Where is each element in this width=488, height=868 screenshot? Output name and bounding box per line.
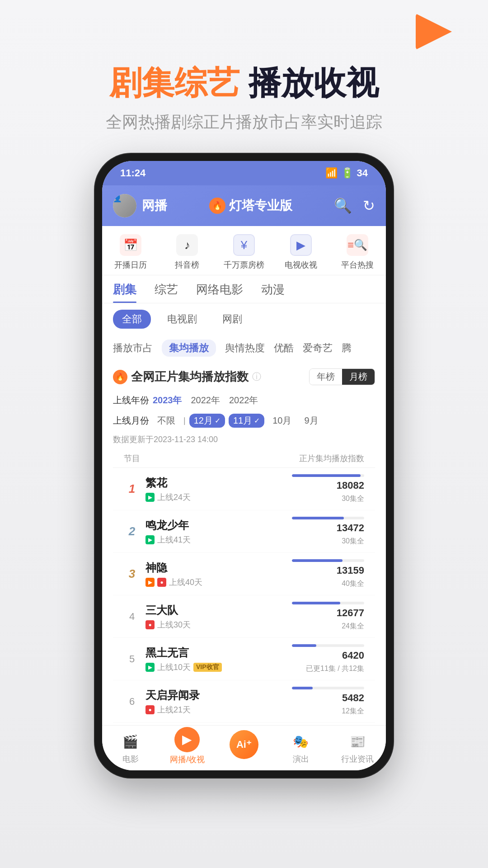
chart-tabs: 年榜 月榜 (309, 368, 375, 385)
item-name: 三大队 (145, 603, 286, 618)
score-sub: 已更11集 / 共12集 (306, 664, 364, 674)
nav-label-douyin: 抖音榜 (175, 259, 199, 270)
col-score: 正片集均播放指数 (299, 453, 364, 464)
search-icon[interactable]: 🔍 (334, 197, 352, 214)
score-bar (292, 517, 364, 519)
main-tabs: 剧集 综艺 网络电影 动漫 (102, 275, 386, 303)
app-header-center: 🔥 灯塔专业版 (209, 197, 292, 214)
score-bar (292, 474, 364, 477)
status-icons: 📶 🔋 34 (325, 167, 368, 179)
bar-fill (292, 602, 340, 604)
year-2022a[interactable]: 2022年 (191, 394, 221, 406)
month-10[interactable]: 10月 (268, 414, 296, 428)
nav-item-boxoffice[interactable]: ¥ 千万票房榜 (216, 233, 272, 270)
list-item[interactable]: 6 天启异闻录 ● 上线21天 5482 12集全 (113, 680, 375, 723)
sub-tab-web[interactable]: 网剧 (213, 310, 251, 329)
filter-row: 播放市占 集均播放 舆情热度 优酷 爱奇艺 腾 (102, 335, 386, 361)
list-item[interactable]: 1 繁花 ▶ 上线24天 18082 30集全 (113, 468, 375, 510)
nav-show[interactable]: 🎭 演出 (272, 732, 329, 764)
sub-tab-tv[interactable]: 电视剧 (158, 310, 206, 329)
header-title: 剧集综艺 播放收视 (0, 63, 488, 102)
nav-item-calendar[interactable]: 📅 开播日历 (102, 233, 159, 270)
movie-nav-icon: 🎬 (121, 732, 141, 752)
nav-webcast-label: 网播/收视 (170, 754, 205, 765)
table-header: 节目 正片集均播放指数 (113, 449, 375, 468)
filter-iqiyi[interactable]: 爱奇艺 (303, 341, 333, 355)
score-bar (292, 559, 364, 562)
filter-youku[interactable]: 优酷 (274, 341, 294, 355)
item-online-days: 上线30天 (157, 619, 191, 630)
item-info: 繁花 ▶ 上线24天 (145, 476, 286, 503)
item-meta: ▶ 上线41天 (145, 534, 286, 545)
item-info: 天启异闻录 ● 上线21天 (145, 688, 286, 715)
score-sub: 24集全 (342, 622, 364, 631)
month-12[interactable]: 12月 ✓ (189, 414, 225, 428)
nav-news-label: 行业资讯 (341, 754, 374, 764)
rank-number: 1 (124, 482, 140, 496)
nav-item-tv[interactable]: ▶ 电视收视 (272, 233, 329, 270)
chart-section: 🔥 全网正片集均播放指数 ⓘ 年榜 月榜 上线年份 2023年 2022年 20… (102, 361, 386, 730)
nav-item-douyin[interactable]: ♪ 抖音榜 (159, 233, 216, 270)
nav-news[interactable]: 📰 行业资讯 (329, 732, 386, 764)
nav-movie-label: 电影 (122, 754, 139, 764)
rank-number: 2 (124, 524, 140, 538)
month-11[interactable]: 11月 ✓ (229, 414, 264, 428)
chart-brand-icon: 🔥 (113, 370, 127, 384)
score-value: 5482 (342, 692, 364, 704)
tab-variety[interactable]: 综艺 (155, 282, 178, 303)
list-item[interactable]: 5 黑土无言 ▶ 上线10天 VIP收官 64 (113, 638, 375, 680)
chart-tab-month[interactable]: 月榜 (342, 369, 375, 385)
rank-2: 2 (129, 524, 135, 538)
nav-ai[interactable]: Ai⁺ (216, 737, 272, 759)
tab-movie[interactable]: 网络电影 (196, 282, 243, 303)
chart-tab-year[interactable]: 年榜 (310, 369, 342, 385)
score-value: 13159 (337, 565, 364, 576)
year-2022b[interactable]: 2022年 (229, 394, 258, 406)
item-bar-score: 13159 40集全 (292, 559, 364, 589)
rank-number: 5 (124, 653, 140, 665)
list-item[interactable]: 4 三大队 ● 上线30天 12677 24集全 (113, 595, 375, 638)
platform-mgtv-icon: ● (145, 620, 155, 629)
item-info: 鸣龙少年 ▶ 上线41天 (145, 518, 286, 545)
bar-fill (292, 559, 343, 562)
tab-animation[interactable]: 动漫 (261, 282, 285, 303)
nav-item-hot[interactable]: ≡🔍 平台热搜 (329, 233, 386, 270)
filter-playshare[interactable]: 播放市占 (113, 341, 153, 355)
app-header-left: 👤 网播 (113, 194, 167, 217)
filter-sentiment[interactable]: 舆情热度 (225, 341, 265, 355)
nav-movie[interactable]: 🎬 电影 (102, 732, 159, 764)
chart-title-row: 🔥 全网正片集均播放指数 ⓘ (113, 369, 261, 385)
list-item[interactable]: 2 鸣龙少年 ▶ 上线41天 13472 30集全 (113, 510, 375, 553)
item-meta: ▶ 上线24天 (145, 492, 286, 503)
bar-fill (292, 687, 313, 689)
rank-number: 6 (124, 696, 140, 708)
header-section: 剧集综艺 播放收视 全网热播剧综正片播放市占率实时追踪 (0, 63, 488, 133)
filter-avgplay[interactable]: 集均播放 (162, 340, 216, 357)
ai-center-icon: Ai⁺ (230, 730, 258, 759)
refresh-icon[interactable]: ↻ (363, 197, 375, 214)
sub-tabs: 全部 电视剧 网剧 (102, 303, 386, 335)
tab-drama[interactable]: 剧集 (113, 282, 136, 303)
item-name: 鸣龙少年 (145, 518, 286, 533)
list-item[interactable]: 3 神隐 ▶ ● 上线40天 13159 (113, 553, 375, 595)
tv-icon: ▶ (289, 233, 313, 257)
avatar[interactable]: 👤 (113, 194, 136, 217)
filter-tencent[interactable]: 腾 (342, 341, 352, 355)
item-meta: ▶ 上线10天 VIP收官 (145, 662, 286, 673)
phone-outer: 11:24 📶 🔋 34 👤 网播 🔥 灯塔专业版 (95, 154, 393, 778)
chart-title: 全网正片集均播放指数 (131, 369, 249, 385)
sub-tab-all[interactable]: 全部 (113, 310, 151, 329)
info-icon[interactable]: ⓘ (252, 371, 261, 383)
title-orange: 剧集综艺 (109, 65, 239, 101)
platform-mgtv-icon: ● (145, 705, 155, 714)
nav-webcast[interactable]: ▶ 网播/收视 (159, 731, 216, 765)
year-2023[interactable]: 2023年 (153, 394, 182, 406)
rank-3: 3 (129, 567, 135, 580)
month-9[interactable]: 9月 (300, 414, 323, 428)
month-separator: | (183, 416, 186, 425)
month-nolimit[interactable]: 不限 (153, 414, 180, 428)
score-sub: 40集全 (342, 579, 364, 589)
item-name: 黑土无言 (145, 646, 286, 660)
item-bar-score: 5482 12集全 (292, 687, 364, 716)
show-nav-icon: 🎭 (291, 732, 311, 752)
